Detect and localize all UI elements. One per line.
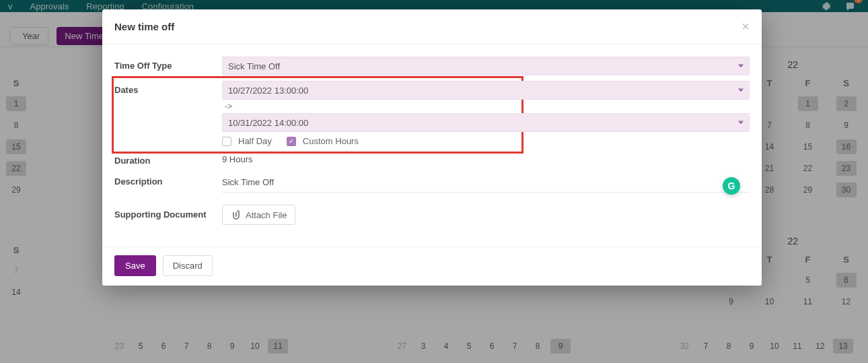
new-time-off-dialog: New time off × Time Off Type Sick Time O… [102, 9, 762, 286]
save-button[interactable]: Save [114, 255, 156, 276]
checkbox-icon [222, 137, 231, 146]
chevron-down-icon [738, 65, 744, 68]
discard-button[interactable]: Discard [163, 255, 213, 276]
half-day-label: Half Day [238, 136, 272, 146]
half-day-checkbox[interactable]: Half Day [222, 136, 272, 146]
date-from-input[interactable]: 10/27/2022 13:00:00 [222, 81, 750, 100]
time-off-type-select[interactable]: Sick Time Off [222, 57, 750, 75]
date-from-value: 10/27/2022 13:00:00 [228, 86, 308, 96]
attach-file-button[interactable]: Attach File [222, 205, 295, 225]
dialog-title: New time off [114, 21, 174, 32]
attach-file-label: Attach File [246, 210, 287, 220]
paperclip-icon [231, 209, 242, 220]
custom-hours-checkbox[interactable]: ✓ Custom Hours [287, 136, 359, 146]
label-supporting-document: Supporting Document [114, 205, 222, 221]
date-to-input[interactable]: 10/31/2022 14:00:00 [222, 113, 750, 132]
time-off-type-value: Sick Time Off [228, 61, 280, 71]
label-time-off-type: Time Off Type [114, 57, 222, 71]
label-description: Description [114, 172, 222, 187]
grammarly-icon[interactable]: G [723, 177, 740, 195]
chevron-down-icon [738, 89, 744, 92]
duration-value: 9 Hours [222, 152, 750, 167]
date-arrow: -> [222, 100, 750, 113]
label-duration: Duration [114, 152, 222, 166]
description-input[interactable]: Sick Time Off G [222, 172, 750, 193]
description-value: Sick Time Off [222, 177, 274, 187]
custom-hours-label: Custom Hours [303, 136, 359, 146]
date-to-value: 10/31/2022 14:00:00 [228, 118, 308, 128]
close-icon[interactable]: × [742, 19, 750, 34]
checkbox-checked-icon: ✓ [287, 137, 296, 146]
label-dates: Dates [114, 81, 222, 95]
chevron-down-icon [738, 121, 744, 125]
